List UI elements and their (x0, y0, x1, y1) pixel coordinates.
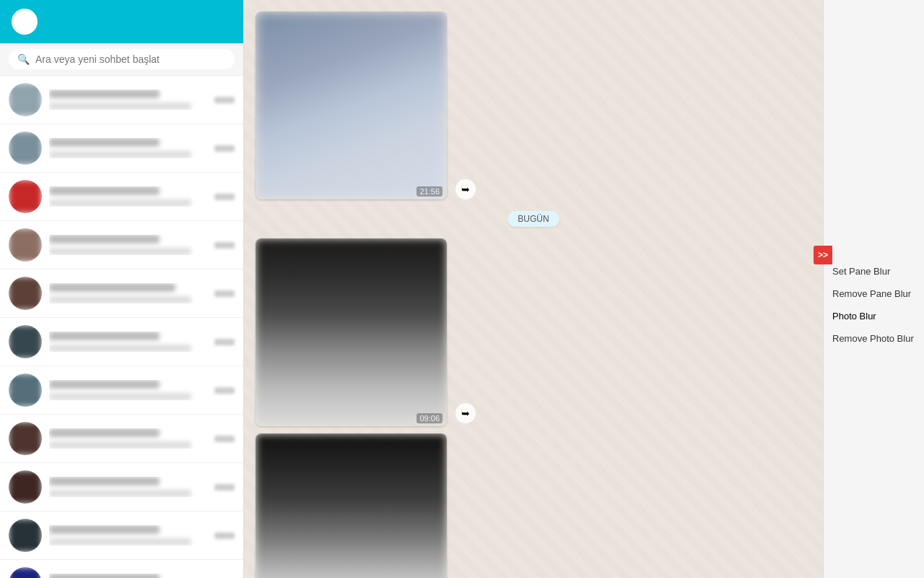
chat-name (49, 380, 160, 389)
chat-name (49, 574, 160, 578)
list-item[interactable] (0, 415, 243, 463)
chat-preview (49, 296, 191, 303)
chat-info (49, 574, 207, 578)
avatar (9, 83, 42, 116)
right-panel: >> Set Pane Blur Remove Pane Blur Photo … (823, 0, 924, 578)
message-timestamp: 09:06 (417, 413, 443, 423)
chat-main: 21:56 ➥ BUGÜN 09:06 ➥ 12:51 ➥ (244, 0, 823, 578)
chat-name (49, 138, 160, 147)
chat-time (214, 290, 235, 297)
chat-name (49, 428, 160, 437)
chat-name (49, 332, 160, 340)
chat-name (49, 186, 160, 195)
chat-time (214, 484, 235, 491)
blurred-photo (256, 238, 447, 426)
avatar (9, 519, 42, 552)
chat-list (0, 76, 243, 578)
list-item[interactable] (0, 76, 243, 124)
chat-meta (214, 387, 235, 394)
chat-time (214, 145, 235, 152)
chat-meta (214, 484, 235, 491)
avatar (9, 180, 42, 213)
sidebar-header (0, 0, 243, 43)
list-item[interactable] (0, 269, 243, 318)
chat-info (49, 138, 207, 158)
chat-info (49, 332, 207, 352)
search-wrapper: 🔍 (9, 49, 235, 69)
avatar (9, 374, 42, 407)
message-timestamp: 21:56 (417, 186, 443, 197)
photo-bubble: 09:06 (256, 238, 447, 426)
chat-preview (49, 248, 191, 255)
chat-time (214, 97, 235, 103)
chat-name (49, 283, 175, 292)
chat-preview (49, 393, 191, 400)
list-item[interactable] (0, 560, 243, 578)
set-pane-blur-button[interactable]: Set Pane Blur (832, 264, 915, 278)
app-logo (12, 9, 38, 35)
chat-info (49, 186, 207, 207)
remove-photo-blur-button[interactable]: Remove Photo Blur (832, 332, 915, 345)
chat-time (214, 387, 235, 394)
avatar (9, 470, 42, 504)
sidebar: 🔍 (0, 0, 244, 578)
list-item[interactable] (0, 173, 243, 221)
remove-pane-blur-button[interactable]: Remove Pane Blur (832, 287, 915, 301)
chat-time (214, 532, 235, 539)
chat-info (49, 477, 207, 497)
forward-button[interactable]: ➥ (456, 179, 476, 199)
chat-preview (49, 199, 191, 207)
photo-blur-button[interactable]: Photo Blur (832, 309, 915, 323)
list-item[interactable] (0, 124, 243, 173)
chat-time (214, 194, 235, 200)
chat-info (49, 283, 207, 303)
chat-preview (49, 345, 191, 352)
avatar (9, 228, 42, 262)
list-item[interactable] (0, 463, 243, 512)
chat-preview (49, 441, 191, 449)
chat-info (49, 428, 207, 449)
chat-meta (214, 145, 235, 152)
photo-bubble: 21:56 (256, 12, 447, 199)
message-bubble-wrapper: 12:51 ➥ (256, 434, 811, 578)
photo-bubble: 12:51 (256, 434, 447, 578)
message-bubble-wrapper: 21:56 ➥ (256, 12, 811, 199)
chat-info (49, 525, 207, 545)
chat-meta (214, 97, 235, 103)
avatar (9, 277, 42, 310)
chat-meta (214, 436, 235, 442)
search-input[interactable] (35, 53, 226, 65)
blurred-photo (256, 434, 447, 578)
avatar (9, 422, 42, 455)
list-item[interactable] (0, 318, 243, 366)
chat-meta (214, 242, 235, 249)
search-bar: 🔍 (0, 43, 243, 76)
chat-info (49, 380, 207, 400)
chat-time (214, 339, 235, 345)
chat-preview (49, 490, 191, 497)
blurred-photo (256, 12, 447, 199)
search-icon: 🔍 (17, 53, 30, 65)
avatar (9, 325, 42, 358)
panel-menu: Set Pane Blur Remove Pane Blur Photo Blu… (824, 253, 924, 357)
chat-name (49, 525, 160, 534)
list-item[interactable] (0, 366, 243, 415)
list-item[interactable] (0, 221, 243, 269)
chat-info (49, 90, 207, 110)
chat-meta (214, 290, 235, 297)
chat-time (214, 436, 235, 442)
chat-name (49, 90, 160, 98)
chat-name (49, 235, 160, 243)
message-bubble-wrapper: 09:06 ➥ (256, 238, 811, 426)
chat-preview (49, 538, 191, 545)
chat-meta (214, 194, 235, 200)
avatar (9, 567, 42, 578)
list-item[interactable] (0, 512, 243, 560)
chat-info (49, 235, 207, 255)
chat-time (214, 242, 235, 249)
chat-meta (214, 339, 235, 345)
avatar (9, 131, 42, 165)
panel-toggle-button[interactable]: >> (814, 246, 832, 264)
forward-button[interactable]: ➥ (456, 403, 476, 423)
chat-name (49, 477, 160, 486)
